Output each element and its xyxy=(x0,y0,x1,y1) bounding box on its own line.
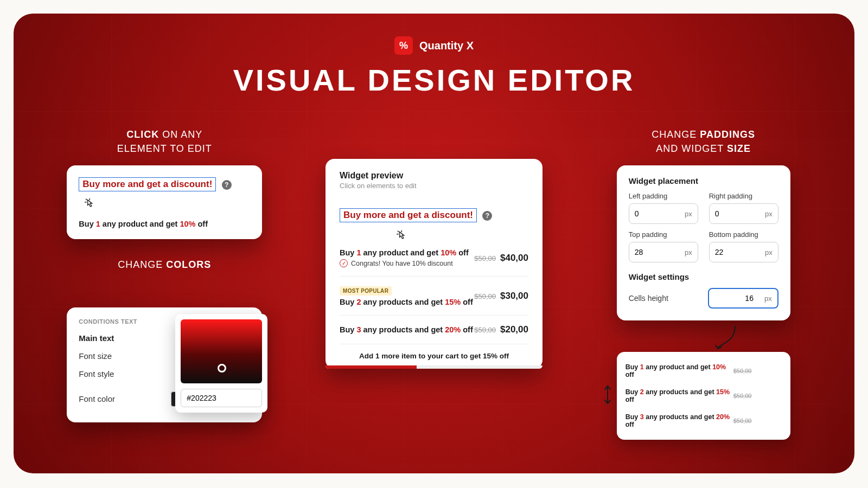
top-padding-input[interactable] xyxy=(629,248,679,256)
brand-icon: % xyxy=(394,36,413,55)
widget-preview-card: Widget preview Click on elements to edit… xyxy=(326,159,542,369)
widget-placement-title: Widget placement xyxy=(629,176,778,185)
unit-label: px xyxy=(760,210,778,218)
widget-placement-card: Widget placement Left padding px Right p… xyxy=(617,165,790,320)
preview-editable-headline[interactable]: Buy more and get a discount! xyxy=(340,208,477,222)
field-label: Top padding xyxy=(629,230,698,239)
field-label: Right padding xyxy=(709,192,778,200)
mini-row: Buy 2 any products and get 15% off $50,0… xyxy=(626,383,782,408)
help-icon[interactable]: ? xyxy=(222,180,232,190)
widget-settings-title: Widget settings xyxy=(629,272,778,281)
most-popular-badge: MOST POPULAR xyxy=(340,286,392,296)
colors-card: CONDITIONS TEXT Main text Font size Font… xyxy=(67,307,262,422)
color-picker-popover[interactable] xyxy=(175,314,267,413)
discount-row[interactable]: MOST POPULAR Buy 2 any products and get … xyxy=(340,277,528,316)
cells-height-label: Cells height xyxy=(629,294,668,303)
field-right-padding: Right padding px xyxy=(709,192,778,224)
hero-title: VISUAL DESIGN EDITOR xyxy=(14,62,854,98)
preview-title: Widget preview xyxy=(340,171,528,181)
discount-row[interactable]: Buy 3 any products and get 20% off $50,0… xyxy=(340,316,528,344)
help-icon[interactable]: ? xyxy=(482,211,492,221)
unit-label: px xyxy=(759,294,777,303)
field-label: Bottom padding xyxy=(709,230,778,239)
progress-bar xyxy=(326,365,542,369)
click-edit-card: Buy more and get a discount! ? Buy 1 any… xyxy=(67,165,262,239)
pointer-cursor-icon xyxy=(82,197,96,213)
field-label: Left padding xyxy=(629,192,698,200)
left-padding-input[interactable] xyxy=(629,209,679,218)
cells-height-input[interactable] xyxy=(709,294,759,303)
caption-paddings: CHANGE PADDINGSAND WIDGET SIZE xyxy=(652,127,755,156)
example-condition-line: Buy 1 any product and get 10% off xyxy=(79,220,250,228)
color-picker-handle[interactable] xyxy=(218,364,226,373)
unit-label: px xyxy=(760,248,778,256)
unit-label: px xyxy=(679,248,698,256)
progress-section: Add 1 more item to your cart to get 15% … xyxy=(326,352,542,369)
color-hex-input[interactable] xyxy=(181,389,262,407)
mini-row: Buy 3 any products and get 20% off $50,0… xyxy=(626,408,782,433)
progress-fill xyxy=(326,365,417,369)
field-top-padding: Top padding px xyxy=(629,230,698,262)
field-left-padding: Left padding px xyxy=(629,192,698,224)
caption-colors: CHANGE COLORS xyxy=(118,258,211,272)
brand-name: Quantity X xyxy=(419,40,474,52)
caption-click: CLICK ON ANYELEMENT TO EDIT xyxy=(117,127,212,156)
right-padding-input[interactable] xyxy=(710,209,760,218)
brand-row: % Quantity X xyxy=(14,14,854,55)
progress-text: Add 1 more item to your cart to get 15% … xyxy=(326,352,542,365)
congrats-line: ✓Congrats! You have 10% discount xyxy=(340,259,469,267)
color-gradient-area[interactable] xyxy=(181,319,262,383)
bottom-padding-input[interactable] xyxy=(710,248,760,256)
field-bottom-padding: Bottom padding px xyxy=(709,230,778,262)
column-preview: Widget preview Click on elements to edit… xyxy=(316,159,553,473)
connector-arrow-icon xyxy=(709,324,742,356)
option-font-color[interactable]: Font color xyxy=(79,394,165,403)
mini-row: Buy 1 any product and get 10% off $50,00… xyxy=(626,358,782,383)
vertical-resize-icon xyxy=(603,384,612,408)
column-click-edit: CLICK ON ANYELEMENT TO EDIT Buy more and… xyxy=(46,127,283,473)
preview-subtitle: Click on elements to edit xyxy=(340,182,528,190)
column-paddings: CHANGE PADDINGSAND WIDGET SIZE Widget pl… xyxy=(585,127,822,473)
check-circle-icon: ✓ xyxy=(340,259,348,267)
pointer-cursor-icon xyxy=(394,229,528,245)
unit-label: px xyxy=(679,210,698,218)
mini-preview-card: Buy 1 any product and get 10% off $50,00… xyxy=(617,352,790,440)
editable-headline[interactable]: Buy more and get a discount! xyxy=(79,177,216,191)
promo-stage: % Quantity X VISUAL DESIGN EDITOR CLICK … xyxy=(14,14,854,473)
discount-row[interactable]: Buy 1 any product and get 10% off ✓Congr… xyxy=(340,240,528,277)
